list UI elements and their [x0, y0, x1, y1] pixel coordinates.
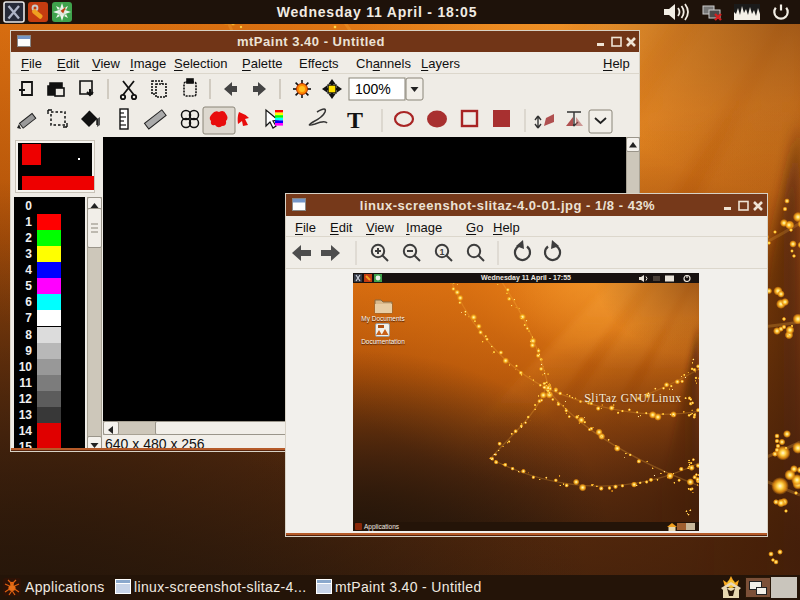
svg-text:1: 1: [440, 247, 445, 257]
svg-text:T: T: [347, 107, 363, 133]
svg-text:100%: 100%: [355, 81, 391, 97]
